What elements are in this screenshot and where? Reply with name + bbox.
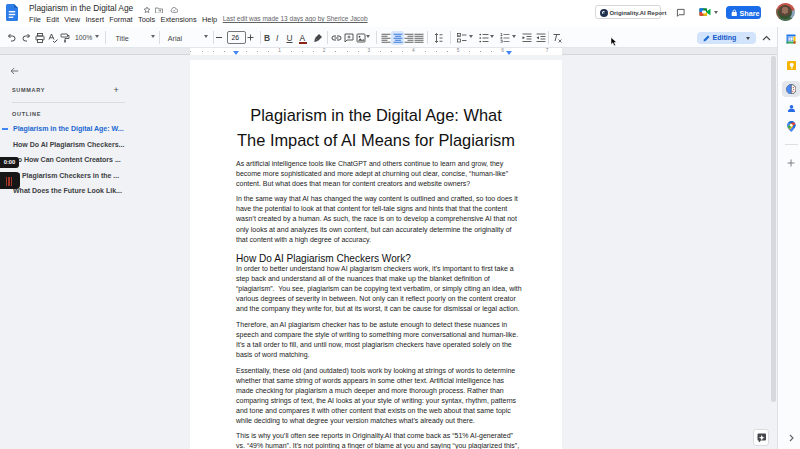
svg-text:31: 31	[788, 37, 794, 42]
